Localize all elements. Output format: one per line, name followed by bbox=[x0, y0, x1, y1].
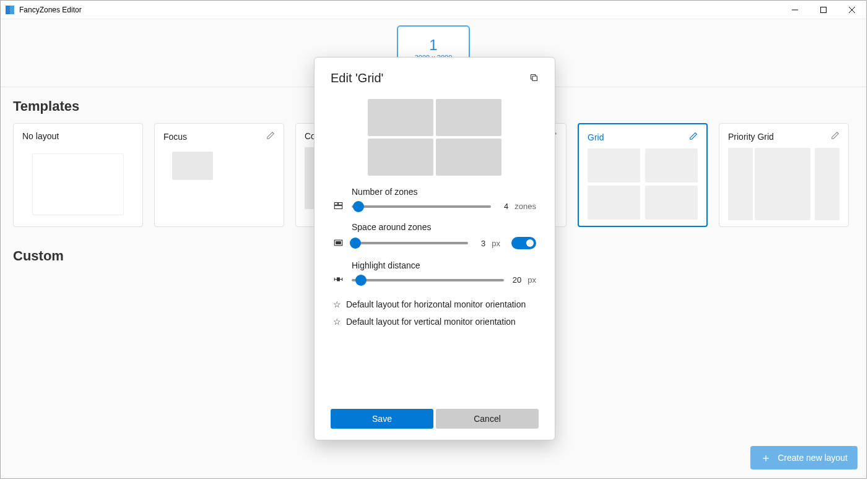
dialog-header: Edit 'Grid' bbox=[331, 71, 539, 85]
pencil-icon[interactable] bbox=[831, 131, 840, 142]
copy-icon[interactable] bbox=[529, 73, 539, 84]
monitor-number: 1 bbox=[429, 36, 437, 54]
zones-unit: zones bbox=[514, 202, 536, 211]
template-name: Priority Grid bbox=[728, 132, 774, 142]
highlight-value: 20 bbox=[510, 275, 521, 285]
toggle-knob bbox=[526, 239, 534, 247]
maximize-button[interactable] bbox=[809, 1, 838, 19]
template-card-focus[interactable]: Focus bbox=[154, 123, 284, 227]
close-icon bbox=[849, 7, 855, 13]
template-card-grid[interactable]: Grid bbox=[578, 123, 708, 227]
window-controls bbox=[781, 1, 866, 19]
default-horizontal-label: Default layout for horizontal monitor or… bbox=[346, 299, 526, 309]
highlight-slider[interactable] bbox=[352, 279, 504, 281]
dialog-title: Edit 'Grid' bbox=[331, 71, 383, 85]
template-name: No layout bbox=[22, 131, 59, 141]
highlight-control: Highlight distance 20 px bbox=[333, 260, 536, 285]
content-area: 1 3000 x 2000 Templates No layout Focus bbox=[1, 19, 866, 478]
create-layout-button[interactable]: ＋ Create new layout bbox=[750, 446, 857, 469]
default-vertical[interactable]: ☆ Default layout for vertical monitor or… bbox=[333, 317, 536, 327]
titlebar: FancyZones Editor bbox=[1, 1, 866, 19]
slider-thumb[interactable] bbox=[353, 201, 364, 212]
dialog-preview bbox=[331, 99, 539, 176]
space-control: Space around zones 3 px bbox=[333, 222, 536, 249]
svg-rect-1 bbox=[821, 7, 827, 12]
space-toggle[interactable] bbox=[511, 237, 536, 249]
dialog-buttons: Save Cancel bbox=[331, 409, 539, 429]
highlight-icon bbox=[333, 275, 343, 285]
svg-rect-5 bbox=[334, 203, 337, 205]
zones-label: Number of zones bbox=[352, 187, 536, 197]
plus-icon: ＋ bbox=[760, 450, 771, 465]
zones-slider[interactable] bbox=[352, 205, 491, 208]
template-name: Grid bbox=[588, 132, 604, 142]
template-preview bbox=[163, 148, 275, 220]
highlight-unit: px bbox=[527, 275, 536, 285]
zones-control: Number of zones 4 zones bbox=[333, 187, 536, 211]
star-icon: ☆ bbox=[333, 317, 341, 327]
template-preview bbox=[588, 148, 698, 220]
slider-thumb[interactable] bbox=[350, 238, 361, 249]
svg-rect-4 bbox=[532, 76, 537, 81]
edit-dialog: Edit 'Grid' bbox=[314, 57, 555, 440]
minimize-button[interactable] bbox=[781, 1, 809, 19]
svg-rect-12 bbox=[337, 278, 339, 281]
space-unit: px bbox=[492, 239, 500, 248]
template-card-nolayout[interactable]: No layout bbox=[13, 123, 143, 227]
titlebar-left: FancyZones Editor bbox=[6, 6, 82, 14]
window-title: FancyZones Editor bbox=[19, 6, 82, 14]
slider-thumb[interactable] bbox=[355, 275, 367, 286]
zones-icon bbox=[333, 201, 343, 211]
default-horizontal[interactable]: ☆ Default layout for horizontal monitor … bbox=[333, 299, 536, 309]
space-slider[interactable] bbox=[352, 242, 468, 244]
svg-rect-6 bbox=[338, 203, 342, 205]
maximize-icon bbox=[820, 7, 827, 13]
svg-rect-9 bbox=[336, 241, 341, 244]
minimize-icon bbox=[792, 7, 798, 13]
save-button[interactable]: Save bbox=[331, 409, 433, 429]
space-icon bbox=[333, 238, 343, 247]
space-label: Space around zones bbox=[352, 222, 536, 232]
template-name: Focus bbox=[163, 132, 187, 142]
pencil-icon[interactable] bbox=[689, 132, 698, 142]
create-layout-label: Create new layout bbox=[778, 453, 848, 463]
app-window: FancyZones Editor 1 3000 x 2000 Template… bbox=[0, 0, 867, 479]
highlight-label: Highlight distance bbox=[352, 260, 536, 270]
space-value: 3 bbox=[474, 239, 485, 248]
template-card-priority[interactable]: Priority Grid bbox=[719, 123, 849, 227]
svg-rect-7 bbox=[334, 206, 342, 209]
star-icon: ☆ bbox=[333, 299, 341, 309]
zones-value: 4 bbox=[497, 202, 508, 211]
template-preview bbox=[22, 147, 134, 220]
default-vertical-label: Default layout for vertical monitor orie… bbox=[346, 317, 516, 327]
template-preview bbox=[728, 148, 840, 220]
close-button[interactable] bbox=[838, 1, 866, 19]
app-icon bbox=[6, 6, 14, 14]
cancel-button[interactable]: Cancel bbox=[436, 409, 539, 429]
pencil-icon[interactable] bbox=[266, 131, 275, 142]
